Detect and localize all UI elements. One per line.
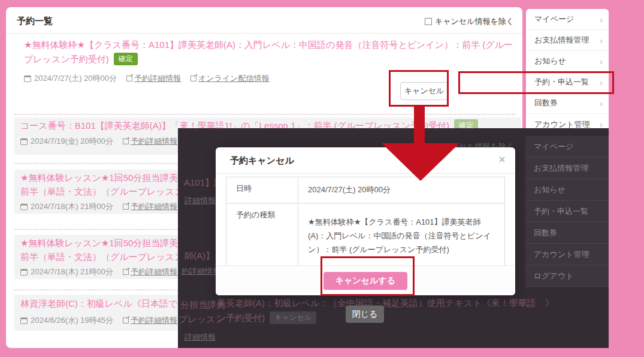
cancel-button[interactable]: キャンセル (400, 82, 448, 100)
reservation-detail-link[interactable]: 予約詳細情報 (123, 136, 177, 147)
close-icon[interactable]: × (498, 153, 506, 167)
dim-sidebar-item: アカウント管理 (525, 244, 609, 265)
reservation-meta: 2024/7/18(木) 21時00分 予約詳細情報 (20, 201, 177, 212)
chevron-right-icon: › (600, 77, 603, 87)
external-link-icon (191, 75, 196, 81)
dim-sidebar-menu: マイページ お支払情報管理 お知らせ 予約・申込一覧 回数券 アカウント管理 ロ… (525, 136, 609, 287)
external-link-icon (126, 75, 132, 81)
dim-sidebar-item: 予約・申込一覧 (525, 201, 609, 222)
row-label-datetime: 日時 (226, 177, 298, 204)
dim-sidebar-item: お支払情報管理 (525, 158, 609, 179)
reservation-date: 2024/7/19(金) 20時00分 (20, 136, 113, 147)
cancel-detail-table: 日時 2024/7/27(土) 20時00分 予約の種類 ★無料体験枠★【クラス… (226, 177, 505, 270)
sidebar-item-news[interactable]: お知らせ› (526, 51, 609, 72)
calendar-icon (20, 269, 28, 276)
reservation-detail-link[interactable]: 予約詳細情報 (123, 267, 177, 277)
modal-close-button[interactable]: 閉じる (346, 305, 384, 323)
sidebar-item-reservations[interactable]: 予約・申込一覧› (526, 72, 609, 93)
table-row: 予約の種類 ★無料体験枠★【クラス番号：A101】譚美英老師(A)：入門レベル：… (226, 203, 505, 269)
sidebar-item-payment[interactable]: お支払情報管理› (526, 30, 609, 51)
dim-text-fragment: ン予約受付)キャンセル (217, 311, 316, 324)
dim-cancel-badge: キャンセル (270, 311, 316, 324)
dim-sidebar-item: ログアウト (525, 265, 609, 287)
dim-link-fragment: 約詳細情報 (182, 266, 220, 277)
external-link-icon (123, 269, 129, 275)
dim-text-fragment: 美英老師(A)：初級レベル：（全中国語・補足英語）使用テキスト《來！學華語 》 (217, 298, 554, 309)
dim-sidebar-item: お知らせ (525, 179, 609, 201)
dim-link-fragment: 詳細情報 (185, 332, 216, 343)
sidebar-menu: マイページ› お支払情報管理› お知らせ› 予約・申込一覧› 回数券› アカウン… (526, 9, 609, 135)
chevron-right-icon: › (600, 14, 603, 25)
exclude-cancel-checkbox[interactable]: キャンセル情報を除く (425, 16, 514, 27)
reservation-detail-link[interactable]: 予約詳細情報 (126, 73, 181, 84)
row-label-type: 予約の種類 (226, 203, 298, 269)
reservation-meta: 2024/7/18(木) 21時00分 予約詳細情報 (20, 267, 177, 277)
cancel-confirmation-modal: 予約キャンセル × 日時 2024/7/27(土) 20時00分 予約の種類 ★… (216, 147, 515, 295)
reservation-date: 2024/7/18(木) 21時00分 (20, 267, 113, 277)
reservation-title-line1: ★無料体験枠★【クラス番号：A101】譚美英老師(A)：入門レベル：中国語の発音… (24, 40, 513, 51)
table-row: 日時 2024/7/27(土) 20時00分 (226, 177, 505, 204)
calendar-icon (24, 75, 31, 82)
dim-sidebar-item: 回数券 (525, 222, 609, 244)
calendar-icon (20, 317, 28, 324)
reservation-date: 2024/7/18(木) 21時00分 (20, 201, 113, 212)
sidebar-item-tickets[interactable]: 回数券› (526, 93, 609, 114)
online-stream-link[interactable]: オンライン配信情報 (191, 73, 270, 84)
dim-text-fragment: 師(A)】 (185, 250, 214, 262)
external-link-icon (123, 317, 129, 323)
reservation-detail-link[interactable]: 予約詳細情報 (123, 201, 177, 212)
row-value-datetime: 2024/7/27(土) 20時00分 (298, 177, 505, 204)
row-value-type: ★無料体験枠★【クラス番号：A101】譚美英老師(A)：入門レベル：中国語の発音… (298, 203, 505, 269)
reservation-date: 2024/6/26(水) 19時45分 (20, 315, 113, 326)
external-link-icon (123, 204, 129, 210)
calendar-icon (20, 138, 28, 145)
status-badge-confirmed: 確定 (114, 53, 138, 65)
chevron-right-icon: › (600, 56, 603, 66)
modal-header: 予約キャンセル × (216, 147, 515, 174)
reservation-date: 2024/7/27(土) 20時00分 (24, 73, 117, 84)
card-header: 予約一覧 キャンセル情報を除く (6, 7, 522, 34)
reservation-detail-link[interactable]: 予約詳細情報 (123, 315, 177, 326)
modal-title: 予約キャンセル (230, 155, 294, 167)
separator (14, 114, 515, 115)
dim-sidebar-item: マイページ (525, 136, 609, 158)
confirm-cancel-button[interactable]: キャンセルする (323, 272, 407, 290)
reservation-title-line2: プレッスン予約受付)確定 (24, 53, 138, 65)
chevron-right-icon: › (600, 35, 603, 46)
checkbox-icon[interactable] (425, 18, 432, 25)
external-link-icon (123, 138, 129, 144)
modal-footer: キャンセルする (216, 265, 515, 295)
chevron-right-icon: › (600, 98, 603, 108)
dim-link-fragment: 詳細情報 (185, 195, 216, 206)
calendar-icon (20, 204, 28, 210)
reservation-item-1: ★無料体験枠★【クラス番号：A101】譚美英老師(A)：入門レベル：中国語の発音… (14, 36, 514, 114)
sidebar-item-mypage[interactable]: マイページ› (526, 9, 609, 30)
checkbox-label: キャンセル情報を除く (435, 16, 514, 27)
page-title: 予約一覧 (17, 16, 53, 27)
reservation-meta: 2024/7/27(土) 20時00分 予約詳細情報 オンライン配信情報 (24, 73, 270, 84)
